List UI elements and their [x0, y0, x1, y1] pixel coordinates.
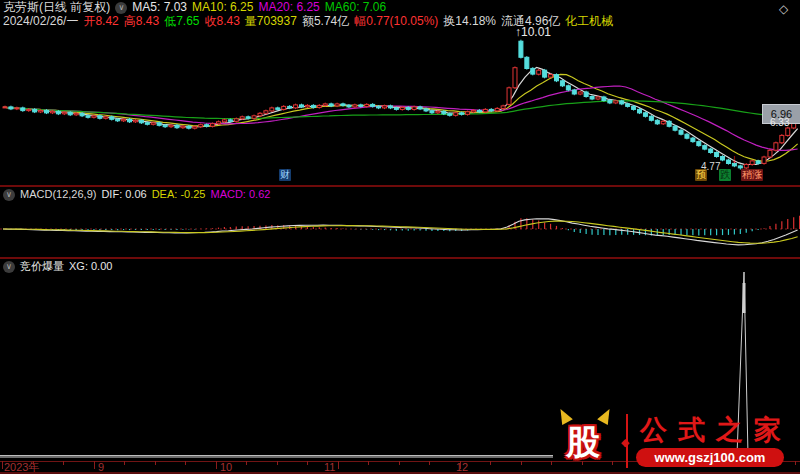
signal-header: ∨竞价爆量XG: 0.00: [0, 260, 800, 273]
candle-up: [252, 116, 256, 119]
axis-tick: [460, 461, 461, 469]
candle-down: [56, 111, 60, 114]
candle-down: [721, 157, 725, 161]
macd-collapse-icon[interactable]: ∨: [3, 189, 15, 201]
candle-down: [673, 126, 677, 130]
candle-up: [661, 121, 665, 124]
quote-row: 2024/02/26/一开8.42高8.43低7.65收8.43量703937额…: [0, 14, 800, 28]
panel-separator-2: [0, 257, 800, 259]
candle-up: [133, 120, 137, 122]
candle-up: [774, 143, 778, 150]
dea-value: DEA: -0.25: [152, 188, 206, 200]
candle-up: [50, 111, 54, 113]
candle-down: [602, 97, 606, 101]
candle-down: [685, 134, 689, 138]
volume-value: 量703937: [245, 14, 297, 28]
open-value: 开8.42: [83, 14, 118, 28]
candle-up: [222, 120, 226, 122]
event-flag-caibao[interactable]: 财: [279, 169, 291, 181]
candle-down: [738, 166, 742, 168]
candle-down: [643, 113, 647, 117]
candle-down: [116, 119, 120, 121]
candle-up: [270, 108, 274, 111]
axis-tick: [490, 461, 491, 465]
candle-down: [110, 117, 114, 120]
candle-up: [786, 128, 790, 135]
candle-down: [519, 41, 523, 57]
axis-tick: [277, 461, 278, 465]
candle-up: [317, 105, 321, 107]
candle-up: [483, 109, 487, 112]
candle-up: [151, 123, 155, 125]
candle-down: [626, 104, 630, 107]
ma10-line: [3, 74, 798, 161]
candle-up: [193, 127, 197, 129]
candle-down: [128, 119, 132, 122]
event-flag-zhang[interactable]: 稍涨: [741, 169, 763, 181]
candle-down: [531, 68, 535, 74]
dif-value: DIF: 0.06: [101, 188, 146, 200]
down-arrow-marker: ↓: [731, 152, 737, 166]
candle-down: [442, 111, 446, 114]
watermark-diamond-icon: ◆: [621, 436, 629, 449]
candle-down: [697, 142, 701, 146]
candle-down: [359, 105, 363, 107]
candle-down: [430, 111, 434, 113]
candle-down: [406, 107, 410, 109]
candle-up: [62, 112, 66, 114]
trading-app-window: 克劳斯(日线 前复权)∨MA5: 7.03MA10: 6.25MA20: 6.2…: [0, 0, 800, 474]
candle-down: [543, 70, 547, 77]
xg-value: XG: 0.00: [69, 260, 112, 272]
candle-down: [288, 106, 292, 108]
candle-down: [377, 106, 381, 108]
ma10-value: MA10: 6.25: [192, 0, 253, 14]
candle-down: [525, 57, 529, 68]
candle-down: [584, 92, 588, 97]
candle-down: [655, 120, 659, 124]
macd-params: MACD(12,26,9): [20, 188, 96, 200]
candle-down: [715, 153, 719, 157]
candle-down: [347, 105, 351, 107]
candle-down: [163, 125, 167, 127]
candle-up: [466, 112, 470, 115]
candle-up: [211, 124, 215, 127]
candle-down: [608, 100, 612, 103]
title-row: 克劳斯(日线 前复权)∨MA5: 7.03MA10: 6.25MA20: 6.2…: [0, 0, 800, 14]
candle-down: [489, 109, 493, 111]
candle-up: [335, 104, 339, 106]
high-value: 高8.43: [124, 14, 159, 28]
candle-up: [495, 108, 499, 111]
signal-spike-body: [743, 283, 746, 313]
candle-up: [578, 92, 582, 94]
candle-down: [418, 107, 422, 109]
industry-label: 化工机械: [565, 14, 613, 28]
turnover-value: 换14.18%: [443, 14, 496, 28]
panel-separator-1: [0, 185, 800, 187]
candle-down: [98, 116, 102, 119]
candle-up: [323, 104, 327, 106]
candle-down: [572, 90, 576, 94]
axis-tick: [307, 461, 308, 465]
candle-up: [365, 104, 369, 106]
candle-down: [632, 106, 636, 109]
event-flag-yugao[interactable]: 预: [695, 169, 707, 181]
quote-header: 克劳斯(日线 前复权)∨MA5: 7.03MA10: 6.25MA20: 6.2…: [0, 0, 800, 28]
candle-up: [181, 126, 185, 128]
watermark-site-link[interactable]: www.gszj100.com: [636, 448, 784, 467]
stock-title: 克劳斯(日线 前复权): [3, 0, 110, 14]
peak-price-label: ↑10.01: [515, 25, 551, 39]
axis-tick: [429, 461, 430, 465]
quote-date: 2024/02/26/一: [3, 14, 78, 28]
candle-down: [460, 113, 464, 115]
axis-tick: [124, 461, 125, 465]
axis-tick: [246, 461, 247, 465]
candle-up: [3, 107, 7, 108]
event-flag-die[interactable]: 跌: [719, 169, 731, 181]
candle-down: [80, 113, 84, 116]
candle-down: [68, 112, 72, 115]
signal-header-values: 竞价爆量XG: 0.00: [20, 260, 117, 272]
candle-up: [294, 105, 298, 108]
signal-collapse-icon[interactable]: ∨: [3, 261, 15, 273]
settings-icon[interactable]: ∨: [115, 2, 127, 14]
candle-up: [92, 116, 96, 118]
